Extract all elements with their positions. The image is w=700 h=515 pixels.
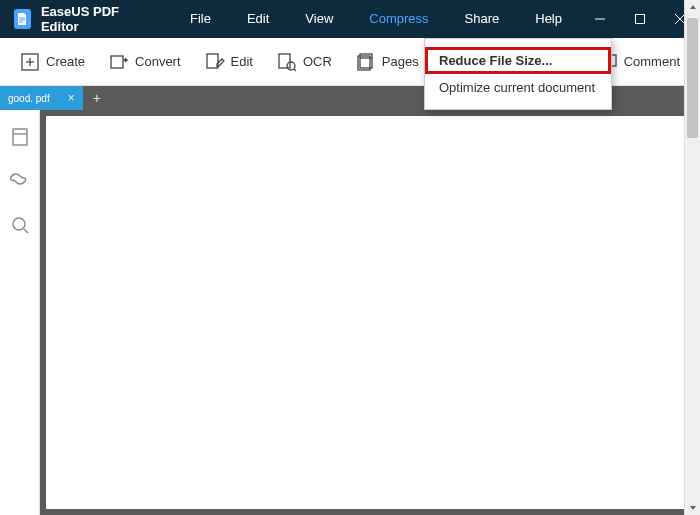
convert-button[interactable]: Convert [97, 44, 193, 80]
vertical-scrollbar[interactable] [684, 0, 700, 515]
svg-rect-16 [13, 129, 27, 145]
comment-label: Comment [624, 54, 680, 69]
app-logo-icon [14, 9, 31, 29]
svg-line-19 [24, 229, 28, 233]
pencil-icon [205, 52, 225, 72]
reduce-file-size-item[interactable]: Reduce File Size... [425, 47, 611, 74]
close-tab-icon[interactable]: × [68, 91, 75, 105]
compress-dropdown: Reduce File Size... Optimize current doc… [424, 38, 612, 110]
create-label: Create [46, 54, 85, 69]
search-button[interactable] [9, 214, 31, 236]
app-title: EaseUS PDF Editor [41, 4, 142, 34]
file-tab[interactable]: good. pdf × [0, 86, 83, 110]
menu-share[interactable]: Share [447, 0, 518, 38]
scroll-thumb[interactable] [687, 18, 698, 138]
thumbnails-button[interactable] [9, 126, 31, 148]
menu-file[interactable]: File [172, 0, 229, 38]
left-panel [0, 110, 40, 515]
svg-point-10 [287, 62, 295, 70]
plus-square-icon [20, 52, 40, 72]
create-button[interactable]: Create [8, 44, 97, 80]
window-controls [580, 0, 700, 38]
title-bar: EaseUS PDF Editor File Edit View Compres… [0, 0, 700, 38]
svg-point-18 [13, 218, 25, 230]
menu-view[interactable]: View [287, 0, 351, 38]
bookmarks-button[interactable] [9, 170, 31, 192]
minimize-button[interactable] [580, 0, 620, 38]
scroll-up-arrow-icon[interactable] [685, 0, 700, 16]
svg-line-11 [294, 69, 296, 71]
scroll-down-arrow-icon[interactable] [685, 499, 700, 515]
convert-icon [109, 52, 129, 72]
svg-rect-9 [279, 54, 290, 68]
edit-label: Edit [231, 54, 253, 69]
content-area [0, 110, 700, 515]
ocr-icon [277, 52, 297, 72]
svg-rect-1 [636, 15, 645, 24]
convert-label: Convert [135, 54, 181, 69]
menu-edit[interactable]: Edit [229, 0, 287, 38]
menu-help[interactable]: Help [517, 0, 580, 38]
pages-button[interactable]: Pages [344, 44, 431, 80]
pages-icon [356, 52, 376, 72]
main-menu: File Edit View Compress Share Help [172, 0, 580, 38]
menu-compress[interactable]: Compress [351, 0, 446, 38]
pdf-page [46, 116, 694, 509]
file-tab-label: good. pdf [8, 93, 50, 104]
pages-label: Pages [382, 54, 419, 69]
optimize-document-item[interactable]: Optimize current document [425, 74, 611, 101]
document-viewport[interactable] [40, 110, 700, 515]
svg-rect-7 [111, 56, 123, 68]
edit-button[interactable]: Edit [193, 44, 265, 80]
new-tab-button[interactable]: + [83, 86, 111, 110]
ocr-label: OCR [303, 54, 332, 69]
ocr-button[interactable]: OCR [265, 44, 344, 80]
maximize-button[interactable] [620, 0, 660, 38]
